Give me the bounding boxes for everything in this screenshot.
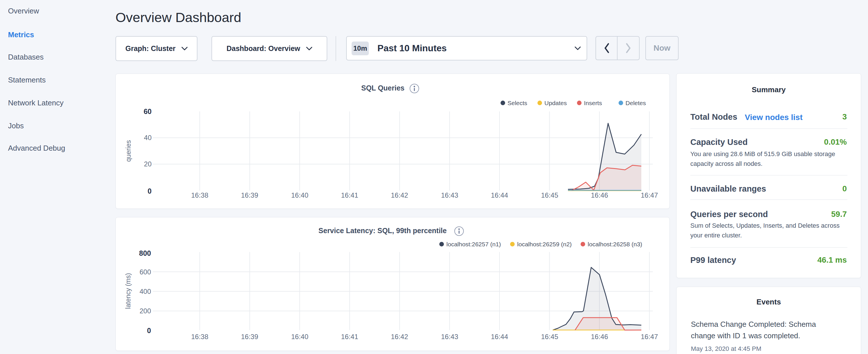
svg-text:Service Latency: SQL, 99th per: Service Latency: SQL, 99th percentile [318,227,446,234]
svg-text:16:47: 16:47 [641,191,658,199]
svg-text:16:45: 16:45 [541,333,558,341]
svg-text:16:47: 16:47 [641,333,658,341]
svg-text:localhost:26259 (n2): localhost:26259 (n2) [517,241,572,248]
svg-text:16:38: 16:38 [191,191,208,199]
svg-text:0: 0 [148,187,152,195]
svg-text:16:45: 16:45 [541,191,558,199]
svg-text:Deletes: Deletes [626,100,646,106]
svg-text:60: 60 [144,107,152,116]
svg-text:Inserts: Inserts [584,100,602,106]
svg-text:SQL Queries: SQL Queries [361,84,405,92]
svg-text:16:41: 16:41 [341,191,358,199]
svg-text:200: 200 [140,307,151,315]
svg-text:Updates: Updates [545,100,567,106]
svg-text:16:40: 16:40 [291,333,308,341]
svg-text:40: 40 [144,134,152,141]
svg-text:16:46: 16:46 [591,333,608,341]
svg-text:16:41: 16:41 [341,333,358,341]
svg-text:16:43: 16:43 [441,333,458,341]
svg-text:600: 600 [140,268,151,276]
svg-text:16:40: 16:40 [291,191,308,199]
svg-text:16:44: 16:44 [491,333,508,341]
svg-text:0: 0 [147,326,151,334]
svg-text:16:42: 16:42 [391,191,408,199]
svg-text:16:44: 16:44 [491,191,508,199]
svg-text:16:38: 16:38 [191,333,208,341]
svg-text:latency (ms): latency (ms) [124,273,132,309]
svg-text:20: 20 [144,160,152,168]
svg-text:localhost:26257 (n1): localhost:26257 (n1) [446,241,501,248]
svg-text:16:39: 16:39 [241,333,258,341]
svg-text:16:42: 16:42 [391,333,408,341]
svg-text:800: 800 [139,249,151,257]
svg-text:16:46: 16:46 [591,191,608,199]
svg-text:16:39: 16:39 [241,191,258,199]
svg-text:Selects: Selects [507,100,527,106]
svg-text:400: 400 [140,288,151,295]
svg-text:localhost:26258 (n3): localhost:26258 (n3) [588,241,642,248]
svg-text:16:43: 16:43 [441,191,458,199]
svg-text:queries: queries [125,140,132,162]
